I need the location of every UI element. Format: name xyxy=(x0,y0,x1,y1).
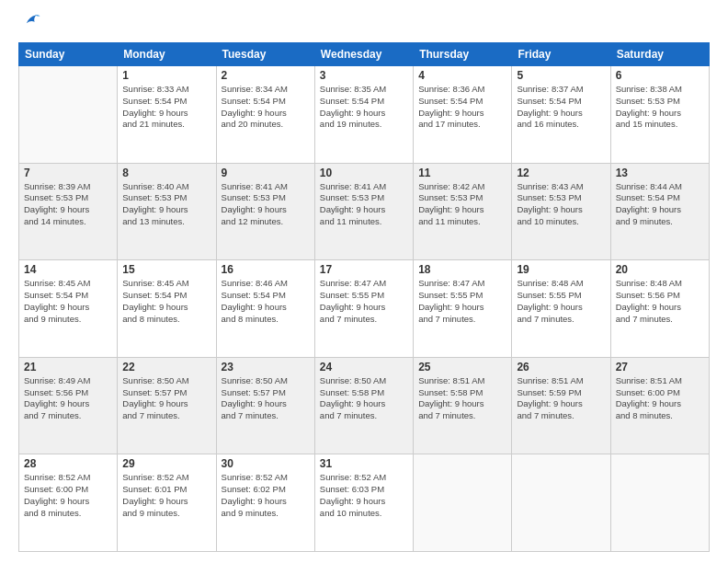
day-number: 10 xyxy=(320,167,408,179)
calendar-cell: 16Sunrise: 8:46 AM Sunset: 5:54 PM Dayli… xyxy=(216,260,314,358)
calendar-cell: 1Sunrise: 8:33 AM Sunset: 5:54 PM Daylig… xyxy=(118,66,216,164)
day-number: 2 xyxy=(222,69,310,82)
day-number: 14 xyxy=(24,263,112,276)
day-info: Sunrise: 8:52 AM Sunset: 6:03 PM Dayligh… xyxy=(320,472,408,519)
calendar-cell: 12Sunrise: 8:43 AM Sunset: 5:53 PM Dayli… xyxy=(512,163,610,260)
day-number: 23 xyxy=(222,361,310,373)
calendar-week-row: 7Sunrise: 8:39 AM Sunset: 5:53 PM Daylig… xyxy=(19,163,710,260)
day-number: 26 xyxy=(517,361,605,373)
calendar-header-row: SundayMondayTuesdayWednesdayThursdayFrid… xyxy=(19,43,710,66)
logo xyxy=(18,15,41,35)
day-number: 17 xyxy=(320,263,408,276)
day-number: 8 xyxy=(122,167,210,179)
day-info: Sunrise: 8:46 AM Sunset: 5:54 PM Dayligh… xyxy=(222,278,310,325)
day-info: Sunrise: 8:50 AM Sunset: 5:57 PM Dayligh… xyxy=(122,375,210,422)
col-header-sunday: Sunday xyxy=(19,43,118,66)
day-info: Sunrise: 8:36 AM Sunset: 5:54 PM Dayligh… xyxy=(418,84,506,131)
day-info: Sunrise: 8:45 AM Sunset: 5:54 PM Dayligh… xyxy=(122,278,210,325)
day-info: Sunrise: 8:41 AM Sunset: 5:53 PM Dayligh… xyxy=(222,181,310,228)
day-number: 18 xyxy=(418,263,506,276)
day-info: Sunrise: 8:38 AM Sunset: 5:53 PM Dayligh… xyxy=(616,84,704,131)
calendar-cell: 2Sunrise: 8:34 AM Sunset: 5:54 PM Daylig… xyxy=(216,66,314,164)
day-info: Sunrise: 8:39 AM Sunset: 5:53 PM Dayligh… xyxy=(24,181,112,228)
day-number: 31 xyxy=(320,457,408,470)
day-info: Sunrise: 8:51 AM Sunset: 6:00 PM Dayligh… xyxy=(616,375,704,422)
col-header-thursday: Thursday xyxy=(414,43,512,66)
day-number: 11 xyxy=(418,167,506,179)
calendar-week-row: 21Sunrise: 8:49 AM Sunset: 5:56 PM Dayli… xyxy=(19,357,710,454)
day-info: Sunrise: 8:35 AM Sunset: 5:54 PM Dayligh… xyxy=(320,84,408,131)
calendar-cell: 25Sunrise: 8:51 AM Sunset: 5:58 PM Dayli… xyxy=(414,357,512,454)
day-number: 15 xyxy=(122,263,210,276)
day-info: Sunrise: 8:40 AM Sunset: 5:53 PM Dayligh… xyxy=(122,181,210,228)
col-header-saturday: Saturday xyxy=(610,43,709,66)
day-info: Sunrise: 8:51 AM Sunset: 5:59 PM Dayligh… xyxy=(517,375,605,422)
day-number: 4 xyxy=(418,69,506,82)
day-info: Sunrise: 8:47 AM Sunset: 5:55 PM Dayligh… xyxy=(320,278,408,325)
day-number: 12 xyxy=(517,167,605,179)
calendar-cell: 27Sunrise: 8:51 AM Sunset: 6:00 PM Dayli… xyxy=(610,357,709,454)
calendar-cell xyxy=(414,454,512,552)
day-info: Sunrise: 8:50 AM Sunset: 5:58 PM Dayligh… xyxy=(320,375,408,422)
col-header-tuesday: Tuesday xyxy=(216,43,314,66)
calendar-cell: 20Sunrise: 8:48 AM Sunset: 5:56 PM Dayli… xyxy=(610,260,709,358)
calendar-cell: 3Sunrise: 8:35 AM Sunset: 5:54 PM Daylig… xyxy=(314,66,413,164)
page: SundayMondayTuesdayWednesdayThursdayFrid… xyxy=(0,0,728,563)
calendar-cell: 31Sunrise: 8:52 AM Sunset: 6:03 PM Dayli… xyxy=(314,454,413,552)
calendar-cell: 24Sunrise: 8:50 AM Sunset: 5:58 PM Dayli… xyxy=(314,357,413,454)
calendar-cell: 4Sunrise: 8:36 AM Sunset: 5:54 PM Daylig… xyxy=(414,66,512,164)
calendar-cell: 15Sunrise: 8:45 AM Sunset: 5:54 PM Dayli… xyxy=(118,260,216,358)
day-number: 25 xyxy=(418,361,506,373)
calendar-cell: 29Sunrise: 8:52 AM Sunset: 6:01 PM Dayli… xyxy=(118,454,216,552)
calendar-cell: 19Sunrise: 8:48 AM Sunset: 5:55 PM Dayli… xyxy=(512,260,610,358)
day-number: 9 xyxy=(222,167,310,179)
day-info: Sunrise: 8:48 AM Sunset: 5:56 PM Dayligh… xyxy=(616,278,704,325)
calendar-cell: 21Sunrise: 8:49 AM Sunset: 5:56 PM Dayli… xyxy=(19,357,118,454)
day-info: Sunrise: 8:51 AM Sunset: 5:58 PM Dayligh… xyxy=(418,375,506,422)
calendar-cell: 6Sunrise: 8:38 AM Sunset: 5:53 PM Daylig… xyxy=(610,66,709,164)
calendar-cell: 17Sunrise: 8:47 AM Sunset: 5:55 PM Dayli… xyxy=(314,260,413,358)
day-number: 1 xyxy=(122,69,210,82)
day-number: 29 xyxy=(122,457,210,470)
calendar-table: SundayMondayTuesdayWednesdayThursdayFrid… xyxy=(18,42,710,552)
day-info: Sunrise: 8:42 AM Sunset: 5:53 PM Dayligh… xyxy=(418,181,506,228)
calendar-cell: 5Sunrise: 8:37 AM Sunset: 5:54 PM Daylig… xyxy=(512,66,610,164)
day-info: Sunrise: 8:45 AM Sunset: 5:54 PM Dayligh… xyxy=(24,278,112,325)
day-number: 30 xyxy=(222,457,310,470)
bird-icon xyxy=(21,11,41,31)
calendar-cell: 14Sunrise: 8:45 AM Sunset: 5:54 PM Dayli… xyxy=(19,260,118,358)
day-info: Sunrise: 8:33 AM Sunset: 5:54 PM Dayligh… xyxy=(122,84,210,131)
day-info: Sunrise: 8:49 AM Sunset: 5:56 PM Dayligh… xyxy=(24,375,112,422)
col-header-wednesday: Wednesday xyxy=(314,43,413,66)
day-number: 16 xyxy=(222,263,310,276)
day-number: 28 xyxy=(24,457,112,470)
day-info: Sunrise: 8:41 AM Sunset: 5:53 PM Dayligh… xyxy=(320,181,408,228)
calendar-cell: 9Sunrise: 8:41 AM Sunset: 5:53 PM Daylig… xyxy=(216,163,314,260)
day-info: Sunrise: 8:43 AM Sunset: 5:53 PM Dayligh… xyxy=(517,181,605,228)
day-number: 3 xyxy=(320,69,408,82)
day-info: Sunrise: 8:47 AM Sunset: 5:55 PM Dayligh… xyxy=(418,278,506,325)
day-info: Sunrise: 8:44 AM Sunset: 5:54 PM Dayligh… xyxy=(616,181,704,228)
col-header-monday: Monday xyxy=(118,43,216,66)
day-number: 27 xyxy=(616,361,704,373)
col-header-friday: Friday xyxy=(512,43,610,66)
day-number: 20 xyxy=(616,263,704,276)
day-info: Sunrise: 8:52 AM Sunset: 6:01 PM Dayligh… xyxy=(122,472,210,519)
day-info: Sunrise: 8:48 AM Sunset: 5:55 PM Dayligh… xyxy=(517,278,605,325)
day-number: 24 xyxy=(320,361,408,373)
calendar-cell xyxy=(512,454,610,552)
calendar-cell: 22Sunrise: 8:50 AM Sunset: 5:57 PM Dayli… xyxy=(118,357,216,454)
calendar-cell: 28Sunrise: 8:52 AM Sunset: 6:00 PM Dayli… xyxy=(19,454,118,552)
calendar-week-row: 1Sunrise: 8:33 AM Sunset: 5:54 PM Daylig… xyxy=(19,66,710,164)
day-info: Sunrise: 8:52 AM Sunset: 6:00 PM Dayligh… xyxy=(24,472,112,519)
calendar-cell: 8Sunrise: 8:40 AM Sunset: 5:53 PM Daylig… xyxy=(118,163,216,260)
calendar-cell: 23Sunrise: 8:50 AM Sunset: 5:57 PM Dayli… xyxy=(216,357,314,454)
calendar-cell: 10Sunrise: 8:41 AM Sunset: 5:53 PM Dayli… xyxy=(314,163,413,260)
calendar-cell: 30Sunrise: 8:52 AM Sunset: 6:02 PM Dayli… xyxy=(216,454,314,552)
day-info: Sunrise: 8:50 AM Sunset: 5:57 PM Dayligh… xyxy=(222,375,310,422)
day-number: 13 xyxy=(616,167,704,179)
calendar-cell: 18Sunrise: 8:47 AM Sunset: 5:55 PM Dayli… xyxy=(414,260,512,358)
header xyxy=(18,15,710,35)
calendar-week-row: 28Sunrise: 8:52 AM Sunset: 6:00 PM Dayli… xyxy=(19,454,710,552)
day-info: Sunrise: 8:37 AM Sunset: 5:54 PM Dayligh… xyxy=(517,84,605,131)
